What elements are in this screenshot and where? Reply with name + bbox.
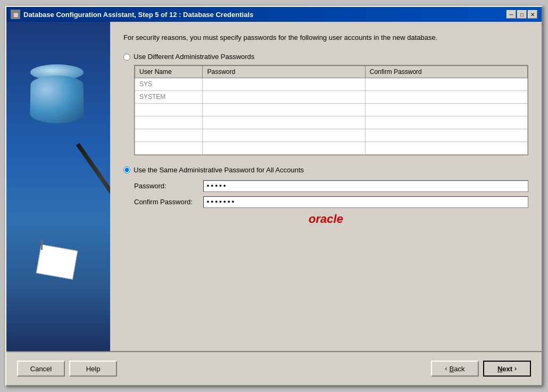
main-window: ▦ Database Configuration Assistant, Step… <box>5 6 543 386</box>
same-password-option: Use the Same Administrative Password for… <box>123 166 528 174</box>
next-label: Next <box>497 365 512 373</box>
credentials-table-container: User Name Password Confirm Password SYS <box>134 65 528 155</box>
table-row: SYSTEM <box>135 90 528 103</box>
col-confirm: Confirm Password <box>365 65 527 78</box>
table-row-empty2 <box>135 116 528 129</box>
sidebar <box>6 22 110 351</box>
back-label: Back <box>450 365 465 373</box>
bottom-left-buttons: Cancel Help <box>17 361 117 377</box>
same-password-radio[interactable] <box>123 166 130 173</box>
different-passwords-radio[interactable] <box>123 54 130 61</box>
maximize-button[interactable]: □ <box>517 10 527 19</box>
different-passwords-label[interactable]: Use Different Administrative Passwords <box>134 53 254 61</box>
cancel-button[interactable]: Cancel <box>17 361 65 377</box>
help-button[interactable]: Help <box>69 361 117 377</box>
paper-string <box>41 239 43 250</box>
same-password-section: Use the Same Administrative Password for… <box>123 166 528 226</box>
title-bar-left: ▦ Database Configuration Assistant, Step… <box>11 10 253 19</box>
minimize-button[interactable]: ─ <box>507 10 516 19</box>
confirm-field-row: Confirm Password: <box>134 196 528 208</box>
pen-icon <box>76 143 110 215</box>
table-row-empty3 <box>135 129 528 141</box>
window-body: For security reasons, you must specify p… <box>6 22 542 351</box>
row2-confirm-input[interactable] <box>370 93 523 101</box>
close-button[interactable]: ✕ <box>528 10 537 19</box>
bottom-right-buttons: ‹ Back Next › <box>431 361 531 377</box>
oracle-text: oracle <box>123 212 528 226</box>
content-area: For security reasons, you must specify p… <box>110 22 542 351</box>
row2-username: SYSTEM <box>135 90 203 103</box>
confirm-password-input[interactable] <box>203 196 528 208</box>
row1-password-input[interactable] <box>207 80 360 88</box>
row1-password[interactable] <box>203 78 365 90</box>
row2-password[interactable] <box>203 90 365 103</box>
same-password-label[interactable]: Use the Same Administrative Password for… <box>134 166 304 174</box>
row1-username: SYS <box>135 78 203 90</box>
different-passwords-option: Use Different Administrative Passwords <box>123 53 528 61</box>
drum-body <box>30 76 84 123</box>
password-field-row: Password: <box>134 180 528 192</box>
row1-confirm-input[interactable] <box>370 80 523 88</box>
table-row-empty1 <box>135 103 528 116</box>
sidebar-image <box>6 22 110 351</box>
row2-confirm[interactable] <box>365 90 527 103</box>
back-arrow-icon: ‹ <box>445 365 447 372</box>
row2-password-input[interactable] <box>207 93 360 101</box>
next-arrow-icon: › <box>514 365 517 372</box>
row1-confirm[interactable] <box>365 78 527 90</box>
app-icon: ▦ <box>11 10 20 19</box>
credentials-table: User Name Password Confirm Password SYS <box>135 65 528 155</box>
description-text: For security reasons, you must specify p… <box>123 32 528 43</box>
back-button[interactable]: ‹ Back <box>431 361 479 377</box>
table-row-empty4 <box>135 141 528 154</box>
title-buttons: ─ □ ✕ <box>507 10 537 19</box>
next-button[interactable]: Next › <box>483 361 531 377</box>
title-bar: ▦ Database Configuration Assistant, Step… <box>6 7 542 22</box>
password-input[interactable] <box>203 180 528 192</box>
col-password: Password <box>203 65 365 78</box>
col-username: User Name <box>135 65 203 78</box>
confirm-password-label: Confirm Password: <box>134 198 203 206</box>
bottom-bar: Cancel Help ‹ Back Next › <box>6 351 542 385</box>
window-title: Database Configuration Assistant, Step 5… <box>23 11 253 19</box>
table-row: SYS <box>135 78 528 90</box>
password-label: Password: <box>134 182 203 190</box>
